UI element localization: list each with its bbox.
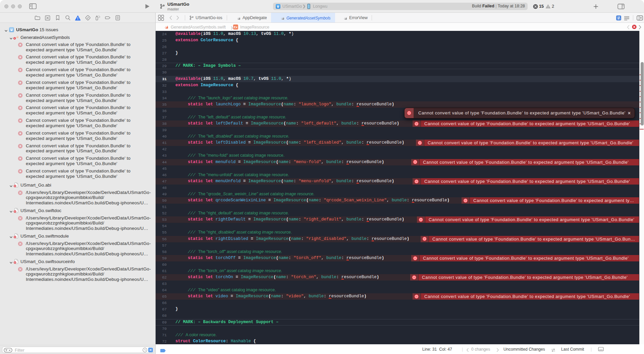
svg-text:Ex: Ex xyxy=(234,26,237,29)
